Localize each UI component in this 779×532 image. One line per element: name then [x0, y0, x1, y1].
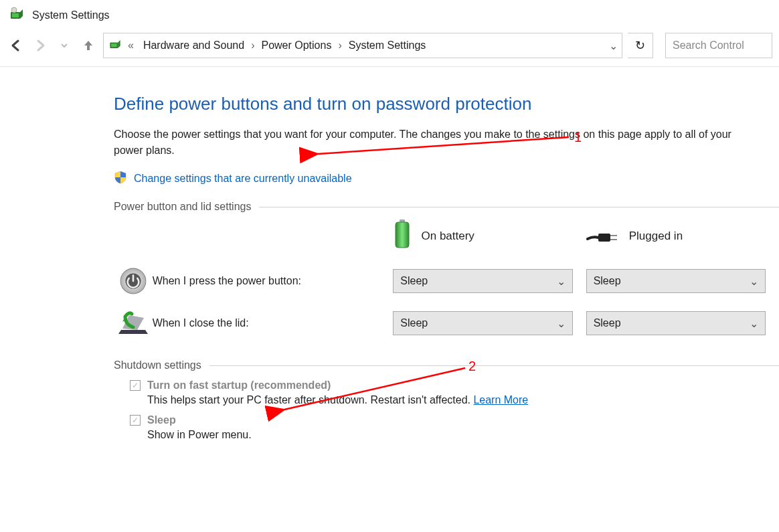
breadcrumb: Hardware and Sound › Power Options › Sys…	[139, 37, 605, 54]
svg-point-2	[11, 7, 17, 13]
column-header-battery: On battery	[421, 230, 474, 243]
change-settings-link[interactable]: Change settings that are currently unava…	[134, 173, 352, 185]
column-header-plugged: Plugged in	[629, 230, 683, 243]
select-lid-battery[interactable]: Sleep ⌄	[393, 311, 572, 335]
app-icon	[8, 5, 25, 25]
label-fast-startup: Turn on fast startup (recommended)	[147, 379, 331, 391]
breadcrumb-item[interactable]: System Settings	[345, 37, 430, 54]
nav-toolbar: « Hardware and Sound › Power Options › S…	[0, 30, 779, 67]
divider	[209, 365, 779, 366]
svg-rect-1	[12, 13, 19, 17]
breadcrumb-item[interactable]: Hardware and Sound	[139, 37, 248, 54]
window-title: System Settings	[32, 9, 110, 21]
svg-rect-7	[598, 234, 610, 242]
label-sleep: Sleep	[147, 414, 176, 426]
history-dropdown[interactable]	[55, 36, 74, 55]
battery-icon	[393, 219, 412, 252]
svg-rect-6	[396, 222, 409, 248]
select-value: Sleep	[400, 275, 428, 287]
section-title-shutdown: Shutdown settings	[114, 359, 201, 371]
divider	[259, 207, 779, 207]
select-value: Sleep	[594, 317, 621, 329]
page-heading: Define power buttons and turn on passwor…	[114, 94, 779, 114]
select-power-button-plugged[interactable]: Sleep ⌄	[586, 269, 766, 293]
svg-rect-9	[610, 239, 617, 240]
chevron-right-icon[interactable]: ›	[250, 39, 256, 52]
search-placeholder: Search Control	[673, 39, 744, 52]
select-power-button-battery[interactable]: Sleep ⌄	[393, 269, 572, 293]
page-subtitle: Choose the power settings that you want …	[114, 126, 743, 159]
back-button[interactable]	[7, 36, 25, 55]
svg-rect-5	[400, 219, 405, 222]
checkbox-sleep: ✓	[130, 415, 141, 426]
search-input[interactable]: Search Control	[665, 33, 772, 58]
overflow-chevron-icon[interactable]: «	[126, 39, 135, 52]
address-bar[interactable]: « Hardware and Sound › Power Options › S…	[103, 33, 622, 58]
laptop-lid-icon	[114, 310, 153, 337]
chevron-down-icon: ⌄	[750, 275, 758, 288]
select-lid-plugged[interactable]: Sleep ⌄	[586, 311, 766, 335]
address-chevron-down-icon[interactable]: ⌄	[609, 39, 618, 52]
chevron-down-icon: ⌄	[557, 317, 566, 330]
power-button-icon	[114, 267, 153, 295]
up-button[interactable]	[79, 36, 98, 55]
breadcrumb-item[interactable]: Power Options	[257, 37, 335, 54]
shield-icon	[114, 171, 127, 186]
content-pane: Define power buttons and turn on passwor…	[0, 67, 779, 441]
chevron-down-icon: ⌄	[557, 275, 566, 288]
select-value: Sleep	[400, 317, 428, 329]
checkbox-fast-startup: ✓	[130, 380, 141, 391]
annotation-1: 1	[574, 130, 582, 145]
desc-fast-startup: This helps start your PC faster after sh…	[147, 394, 712, 406]
annotation-2: 2	[468, 359, 476, 374]
label-power-button: When I press the power button:	[153, 275, 394, 287]
plug-icon	[586, 224, 620, 248]
location-icon	[108, 37, 122, 54]
learn-more-link[interactable]: Learn More	[473, 394, 528, 406]
forward-button[interactable]	[31, 36, 50, 55]
desc-sleep: Show in Power menu.	[147, 429, 712, 441]
window-titlebar: System Settings	[0, 0, 779, 30]
label-lid: When I close the lid:	[153, 317, 394, 329]
chevron-down-icon: ⌄	[750, 317, 758, 330]
svg-rect-4	[111, 43, 116, 47]
chevron-right-icon[interactable]: ›	[337, 39, 343, 52]
section-title-power-button: Power button and lid settings	[114, 201, 251, 213]
select-value: Sleep	[594, 275, 621, 287]
refresh-button[interactable]: ↻	[628, 33, 653, 58]
svg-rect-8	[610, 235, 617, 236]
